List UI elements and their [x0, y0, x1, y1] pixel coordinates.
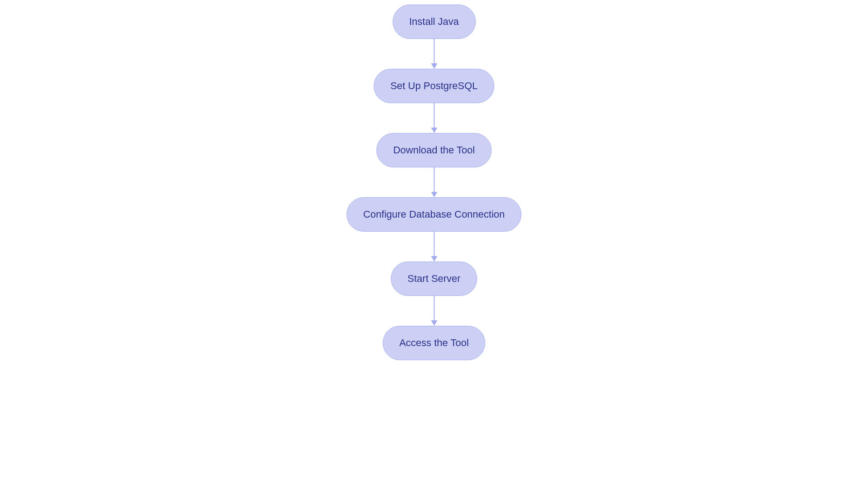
arrow-icon	[431, 167, 437, 197]
flowchart-node-1: Install Java	[392, 5, 476, 39]
arrow-head	[431, 320, 437, 326]
node-label: Start Server	[407, 273, 460, 285]
node-label: Configure Database Connection	[363, 209, 505, 220]
flowchart-node-5: Start Server	[391, 262, 477, 296]
arrow-head	[431, 63, 437, 69]
arrow-line	[434, 39, 434, 63]
arrow-icon	[431, 296, 437, 326]
arrow-line	[434, 103, 434, 128]
arrow-line	[434, 232, 434, 256]
arrow-line	[434, 296, 434, 320]
node-label: Set Up PostgreSQL	[390, 80, 477, 92]
flowchart-node-4: Configure Database Connection	[346, 197, 521, 232]
flowchart-node-6: Access the Tool	[382, 326, 486, 360]
node-label: Download the Tool	[393, 144, 475, 156]
arrow-icon	[431, 232, 437, 262]
arrow-icon	[431, 39, 437, 69]
flowchart-node-2: Set Up PostgreSQL	[373, 69, 494, 103]
arrow-head	[431, 128, 437, 133]
node-label: Install Java	[409, 16, 459, 28]
arrow-head	[431, 256, 437, 262]
flowchart: Install Java Set Up PostgreSQL Download …	[346, 5, 521, 360]
arrow-line	[434, 167, 434, 192]
arrow-head	[431, 192, 437, 197]
arrow-icon	[431, 103, 437, 133]
node-label: Access the Tool	[399, 337, 469, 349]
flowchart-node-3: Download the Tool	[377, 133, 492, 167]
